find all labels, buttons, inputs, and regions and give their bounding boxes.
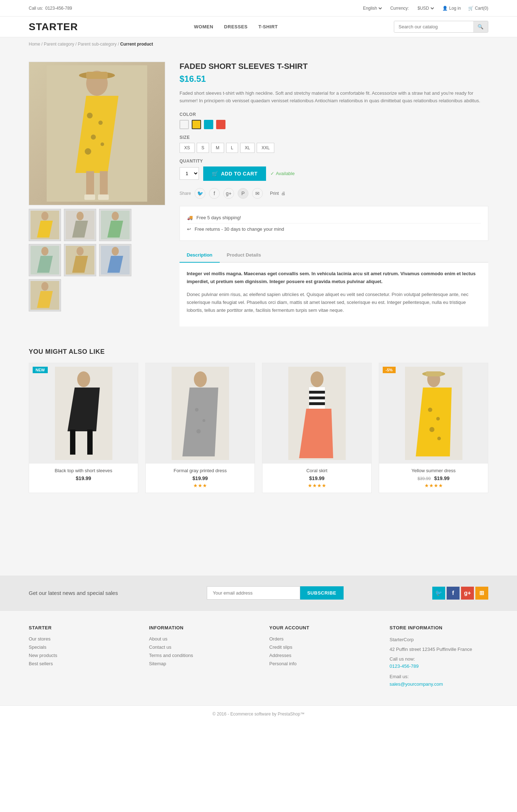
size-xs[interactable]: XS: [180, 143, 195, 153]
product-card-name-4: Yellow summer dress: [383, 468, 484, 473]
breadcrumb-parent-category[interactable]: Parent category: [44, 42, 74, 47]
currency-select[interactable]: $USD: [416, 5, 435, 11]
tab-description[interactable]: Description: [180, 248, 220, 263]
pinterest-share[interactable]: P: [238, 188, 248, 199]
footer-col-information-title: INFORMATION: [149, 625, 248, 630]
facebook-share[interactable]: f: [209, 188, 220, 199]
thumbnail-3[interactable]: [99, 209, 131, 241]
badge-sale: -5%: [383, 367, 396, 373]
social-twitter[interactable]: 🐦: [432, 587, 445, 600]
color-swatch-red[interactable]: [216, 120, 225, 129]
size-m[interactable]: M: [211, 143, 224, 153]
store-email[interactable]: sales@yourcompany.com: [390, 681, 488, 688]
product-images: [29, 62, 165, 327]
store-company: StarterCorp: [390, 636, 488, 644]
thumbnail-1[interactable]: [29, 209, 61, 241]
svg-rect-10: [100, 171, 108, 196]
footer-link-terms[interactable]: Terms and conditions: [149, 653, 248, 658]
footer-link-credit-slips[interactable]: Credit slips: [269, 644, 368, 650]
newsletter-subscribe-button[interactable]: SUBSCRIBE: [300, 586, 344, 600]
product-card-3[interactable]: Coral skirt $19.99 ★★★★: [262, 363, 372, 493]
svg-rect-29: [70, 430, 75, 455]
svg-point-37: [311, 371, 323, 387]
login-link[interactable]: 👤 Log in: [442, 6, 461, 11]
footer-col-starter: STARTER Our stores Specials New products…: [29, 625, 127, 691]
color-swatch-yellow[interactable]: [192, 120, 201, 129]
footer-link-our-stores[interactable]: Our stores: [29, 636, 127, 642]
color-swatch-cyan[interactable]: [204, 120, 213, 129]
color-swatch-white[interactable]: [180, 120, 189, 129]
footer-link-contact-us[interactable]: Contact us: [149, 644, 248, 650]
nav-item-dresses[interactable]: DRESSES: [224, 24, 248, 29]
footer-link-personal-info[interactable]: Personal info: [269, 661, 368, 666]
size-label: Size: [180, 135, 488, 140]
footer-link-orders[interactable]: Orders: [269, 636, 368, 642]
store-phone[interactable]: 0123-456-789: [390, 663, 488, 670]
size-l[interactable]: L: [226, 143, 238, 153]
google-share[interactable]: g+: [223, 188, 234, 199]
size-xxl[interactable]: XXL: [257, 143, 274, 153]
footer-link-addresses[interactable]: Addresses: [269, 653, 368, 658]
svg-rect-3: [86, 72, 108, 79]
footer-col-store-info: STORE INFORMATION StarterCorp 42 Puffin …: [390, 625, 488, 691]
product-card-price-1: $19.99: [33, 475, 134, 481]
footer-link-new-products[interactable]: New products: [29, 653, 127, 658]
product-card-4[interactable]: -5% Yellow summer dress $39.99: [379, 363, 488, 493]
size-xl[interactable]: XL: [240, 143, 255, 153]
quantity-select[interactable]: 1 2 3: [180, 167, 199, 180]
footer-link-sitemap[interactable]: Sitemap: [149, 661, 248, 666]
return-icon: ↩: [187, 226, 191, 232]
breadcrumb-home[interactable]: Home: [29, 42, 40, 47]
cart-link[interactable]: 🛒 Cart(0): [468, 6, 488, 11]
store-email-row: Email us: sales@yourcompany.com: [390, 673, 488, 688]
social-rss[interactable]: ⊞: [475, 587, 488, 600]
thumbnail-7[interactable]: [29, 279, 61, 311]
add-to-cart-button[interactable]: 🛒 ADD TO CART: [203, 166, 266, 181]
print-button[interactable]: Print 🖨: [270, 191, 285, 196]
thumbnail-2[interactable]: [64, 209, 96, 241]
product-card-info-2: Formal gray printed dress $19.99 ★★★: [146, 464, 255, 493]
product-card-image-1: NEW: [29, 363, 138, 464]
svg-point-33: [195, 408, 199, 412]
you-might-also-like: YOU MIGHT ALSO LIKE NEW Black top with s…: [0, 337, 517, 504]
size-s[interactable]: S: [197, 143, 209, 153]
store-address: 42 Puffin street 12345 Puffinville Franc…: [390, 646, 488, 653]
product-card-old-price-4: $39.99: [418, 476, 431, 481]
nav-item-women[interactable]: WOMEN: [194, 24, 213, 29]
newsletter-form: SUBSCRIBE: [207, 586, 344, 600]
thumbnail-4[interactable]: [29, 244, 61, 276]
nav-item-tshirt[interactable]: T-SHIRT: [258, 24, 278, 29]
newsletter-text: Get our latest news and special sales: [29, 590, 118, 596]
footer-link-specials[interactable]: Specials: [29, 644, 127, 650]
search-button[interactable]: 🔍: [473, 21, 488, 32]
product-card-price-4: $19.99: [434, 475, 450, 481]
shipping-info: 🚚 Free 5 days shipping! ↩ Free returns -…: [180, 206, 488, 241]
search-input[interactable]: [394, 21, 473, 32]
social-google[interactable]: g+: [461, 587, 474, 600]
email-share[interactable]: ✉: [252, 188, 263, 199]
social-facebook[interactable]: f: [447, 587, 460, 600]
breadcrumb: Home / Parent category / Parent sub-cate…: [0, 37, 517, 51]
search-box: 🔍: [394, 21, 488, 33]
product-card-1[interactable]: NEW Black top with short sleeves $19.99: [29, 363, 138, 493]
product-card-image-2: [146, 363, 255, 464]
thumbnail-5[interactable]: [64, 244, 96, 276]
newsletter-email-input[interactable]: [207, 586, 300, 600]
footer-col-account-title: YOUR ACCOUNT: [269, 625, 368, 630]
footer-link-about-us[interactable]: About us: [149, 636, 248, 642]
svg-rect-9: [86, 171, 94, 196]
breadcrumb-parent-subcategory[interactable]: Parent sub-category: [78, 42, 117, 47]
tab-product-details[interactable]: Product Details: [220, 248, 268, 263]
shipping-row-1: 🚚 Free 5 days shipping!: [187, 212, 481, 224]
language-select[interactable]: English: [362, 5, 383, 11]
product-card-2[interactable]: Formal gray printed dress $19.99 ★★★: [145, 363, 255, 493]
footer-link-best-sellers[interactable]: Best sellers: [29, 661, 127, 666]
shipping-row-2: ↩ Free returns - 30 days to change your …: [187, 224, 481, 235]
thumbnail-6[interactable]: [99, 244, 131, 276]
footer-links: STARTER Our stores Specials New products…: [0, 610, 517, 705]
share-row: Share 🐦 f g+ P ✉ Print 🖨: [180, 188, 488, 199]
logo[interactable]: STARTER: [29, 21, 78, 33]
size-option: Size XS S M L XL XXL: [180, 135, 488, 153]
product-tabs: Description Product Details Integer vel …: [180, 248, 488, 327]
twitter-share[interactable]: 🐦: [195, 188, 205, 199]
